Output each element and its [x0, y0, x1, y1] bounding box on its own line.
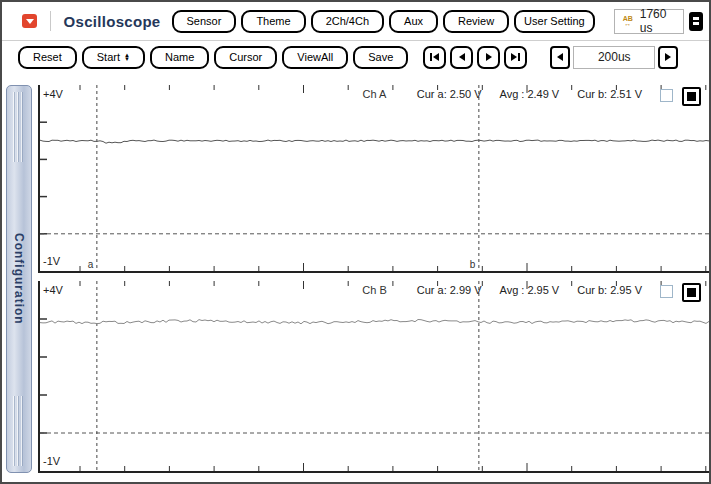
toolbar-bottom: Reset Start ▲▼ Name Cursor ViewAll Save … — [2, 41, 709, 73]
cursor-b-readout: Cur b:2.95 V — [577, 284, 645, 296]
cursor-a-marker-label: a — [88, 259, 94, 270]
average-readout: Avg :2.49 V — [500, 88, 563, 100]
viewall-button[interactable]: ViewAll — [282, 46, 348, 69]
title-separator — [50, 11, 51, 31]
channel-b-checkbox[interactable] — [660, 285, 673, 298]
review-button[interactable]: Review — [443, 10, 509, 33]
ab-time-readout: AB ↔ 1760 us — [614, 9, 685, 34]
skip-to-end-icon[interactable] — [504, 46, 527, 69]
user-setting-button[interactable]: User Setting — [514, 10, 595, 33]
cursor-b-readout: Cur b:2.51 V — [577, 88, 645, 100]
timebase-increase-icon[interactable] — [658, 46, 678, 69]
step-back-icon[interactable] — [450, 46, 473, 69]
name-button[interactable]: Name — [150, 46, 209, 69]
channel-a-readouts: Cur a:2.50 V Avg :2.49 V Cur b:2.51 V — [417, 88, 645, 100]
timebase-decrease-icon[interactable] — [550, 46, 570, 69]
channel-b-readouts: Cur a:2.99 V Avg :2.95 V Cur b:2.95 V — [417, 284, 645, 296]
save-button[interactable]: Save — [353, 46, 408, 69]
start-button[interactable]: Start ▲▼ — [82, 46, 145, 69]
cursor-a-readout: Cur a:2.99 V — [417, 284, 485, 296]
channel-a-checkbox[interactable] — [660, 89, 673, 102]
skip-to-start-icon[interactable] — [423, 46, 446, 69]
toolbar-top: Oscilloscope Sensor Theme 2Ch/4Ch Aux Re… — [2, 2, 709, 40]
channel-mode-button[interactable]: 2Ch/4Ch — [311, 10, 384, 33]
playback-controls — [423, 46, 527, 69]
play-forward-icon[interactable] — [477, 46, 500, 69]
channel-a-plot[interactable]: +4V -1V Ch A Cur a:2.50 V Avg :2.49 V Cu… — [38, 85, 709, 273]
channel-b-plot[interactable]: +4V -1V Ch B Cur a:2.99 V Avg :2.95 V Cu… — [38, 281, 709, 473]
configuration-tab-label: Configuration — [12, 233, 26, 325]
channel-b-color-button[interactable] — [682, 283, 701, 302]
cursor-b-marker-label: b — [470, 259, 476, 270]
channel-a-color-button[interactable] — [682, 87, 701, 106]
cursor-button[interactable]: Cursor — [214, 46, 277, 69]
average-readout: Avg :2.95 V — [500, 284, 563, 296]
channel-a-vmin-label: -1V — [43, 255, 60, 267]
sensor-button[interactable]: Sensor — [172, 10, 237, 33]
oscilloscope-window: Oscilloscope Sensor Theme 2Ch/4Ch Aux Re… — [0, 0, 711, 484]
theme-button[interactable]: Theme — [241, 10, 305, 33]
channel-b-vmin-label: -1V — [43, 455, 60, 467]
channel-plots: +4V -1V Ch A Cur a:2.50 V Avg :2.49 V Cu… — [38, 85, 709, 473]
app-title: Oscilloscope — [64, 13, 161, 30]
cursor-a-readout: Cur a:2.50 V — [417, 88, 485, 100]
start-spinner-icon: ▲▼ — [124, 53, 130, 61]
aux-button[interactable]: Aux — [389, 10, 438, 33]
ab-time-value: 1760 us — [640, 7, 675, 35]
app-logo-icon[interactable] — [22, 14, 37, 28]
reset-button[interactable]: Reset — [18, 46, 77, 69]
menu-icon[interactable] — [689, 12, 703, 31]
configuration-tab[interactable]: Configuration — [6, 85, 32, 473]
ab-cursor-time-icon: AB ↔ — [623, 16, 633, 26]
timebase-control: 200us — [550, 46, 678, 69]
main-area: Configuration +4V -1V Ch A Cur a:2.50 V … — [2, 73, 709, 482]
timebase-value[interactable]: 200us — [573, 46, 655, 69]
